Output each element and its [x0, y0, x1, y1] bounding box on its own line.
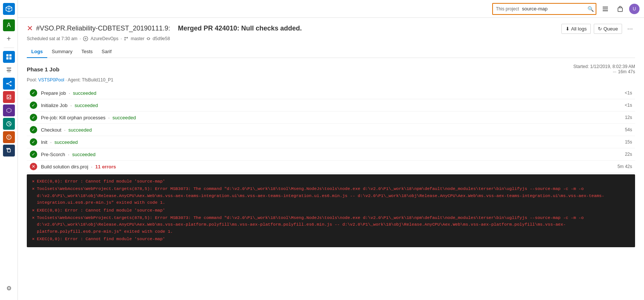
step-checkout-icon: ✓: [30, 126, 37, 133]
svg-rect-0: [6, 54, 9, 57]
terminal-line-2: ✕ EXEC(0,0): Error : Cannot find module …: [32, 207, 630, 214]
pipeline-name: #VSO.PR.Reliability-CDBTEST_20190111.9:: [36, 25, 170, 32]
svg-rect-13: [7, 149, 10, 152]
svg-rect-1: [9, 54, 12, 57]
sidebar-item-issues[interactable]: [3, 131, 15, 143]
tab-logs[interactable]: Logs: [27, 46, 47, 58]
build-header: ✕ #VSO.PR.Reliability-CDBTEST_20190111.9…: [27, 24, 635, 34]
shopping-bag-icon[interactable]: [614, 3, 626, 15]
step-pre-scorch-name: Pre-Scorch · succeeded: [41, 152, 613, 157]
step-build-solution-name: Build solution dirs.proj · 11 errors: [41, 164, 613, 170]
tab-summary[interactable]: Summary: [47, 46, 77, 58]
step-init-job-time: <1s: [613, 103, 632, 108]
sidebar-item-add[interactable]: +: [3, 33, 15, 45]
svg-point-22: [147, 38, 150, 40]
svg-rect-3: [9, 57, 12, 59]
pool-info: Pool: VSTSP0Pool · Agent: TfsBuild110_P1: [27, 77, 635, 83]
sidebar-item-repos[interactable]: [3, 64, 15, 76]
main-container: This project 🔍 U ✕ #VSO.PR.Reliability-C…: [18, 0, 644, 300]
step-prepare-icon: ✓: [30, 89, 37, 97]
sidebar-brand[interactable]: [3, 3, 15, 15]
step-pre-scorch-status: succeeded: [72, 152, 96, 157]
sidebar-item-testplans[interactable]: [3, 91, 15, 103]
step-build-solution-time: 5m 42s: [613, 164, 632, 169]
sidebar-item-boards[interactable]: [3, 51, 15, 63]
source-text: AzureDevOps: [90, 36, 118, 41]
search-box: This project 🔍: [492, 3, 596, 15]
step-pre-scorch-icon: ✓: [30, 151, 37, 158]
list-view-icon[interactable]: [599, 3, 611, 15]
svg-rect-2: [6, 57, 9, 59]
svg-rect-15: [603, 9, 608, 9]
source-icon: [83, 36, 88, 41]
pool-link[interactable]: VSTSP0Pool: [38, 77, 64, 83]
step-pre-job-time: 12s: [613, 115, 632, 120]
terminal-line-0: ✕ EXEC(0,0): Error : Cannot find module …: [32, 178, 630, 185]
branch-text: master: [131, 36, 144, 41]
sidebar-item-reports[interactable]: [3, 118, 15, 130]
svg-point-20: [125, 39, 126, 41]
svg-point-4: [6, 83, 8, 84]
step-prepare[interactable]: ✓ Prepare job · succeeded <1s: [27, 87, 635, 99]
step-init-job[interactable]: ✓ Initialize Job · succeeded <1s: [27, 99, 635, 112]
step-pre-scorch-time: 22s: [613, 152, 632, 157]
svg-line-7: [8, 82, 10, 84]
sidebar-item-settings[interactable]: ⚙: [3, 282, 15, 294]
svg-line-8: [8, 84, 10, 85]
all-logs-button[interactable]: ⬇ All logs: [561, 24, 591, 34]
tab-sarif[interactable]: Sarif: [97, 46, 116, 58]
commit-icon: [147, 37, 150, 41]
step-pre-job-icon: ✓: [30, 114, 37, 121]
step-build-solution[interactable]: ✕ Build solution dirs.proj · 11 errors 5…: [27, 161, 635, 173]
tab-tests[interactable]: Tests: [77, 46, 97, 58]
agent-name: TfsBuild110_P1: [82, 77, 113, 83]
step-pre-job[interactable]: ✓ Pre-job: Kill orphan processes · succe…: [27, 112, 635, 124]
terminal-line-4: ✕ EXEC(0,0): Error : Cannot find module …: [32, 236, 630, 242]
build-title-row: ✕ #VSO.PR.Reliability-CDBTEST_20190111.9…: [27, 24, 302, 33]
more-dots: ···: [613, 69, 616, 74]
svg-point-6: [10, 85, 12, 86]
sidebar-item-copy[interactable]: [3, 145, 15, 157]
step-init-job-name: Initialize Job · succeeded: [41, 103, 613, 108]
content-area: ✕ #VSO.PR.Reliability-CDBTEST_20190111.9…: [18, 18, 644, 300]
more-actions-button[interactable]: ···: [625, 24, 635, 33]
build-status-icon: ✕: [27, 24, 33, 33]
step-init[interactable]: ✓ Init · succeeded 15s: [27, 136, 635, 148]
sidebar: A +: [0, 0, 18, 300]
search-icon[interactable]: 🔍: [587, 6, 594, 12]
phase-title: Phase 1 Job: [27, 66, 60, 72]
step-pre-job-name: Pre-job: Kill orphan processes · succeed…: [41, 115, 613, 120]
step-init-job-icon: ✓: [30, 101, 37, 109]
step-checkout-time: 54s: [613, 127, 632, 132]
branch-icon: [124, 36, 128, 41]
sidebar-item-artifacts[interactable]: [3, 104, 15, 116]
step-init-icon: ✓: [30, 138, 37, 146]
phase-duration: 16m 47s: [618, 69, 635, 74]
commit-text: d5d9e58: [153, 36, 170, 41]
sidebar-item-org[interactable]: A: [3, 19, 15, 31]
sidebar-item-pipelines[interactable]: [3, 78, 15, 90]
step-checkout-status: succeeded: [68, 127, 92, 133]
terminal-output: ✕ EXEC(0,0): Error : Cannot find module …: [27, 174, 635, 247]
terminal-text-3: Toolsets\WebAccess\WebProject.targets(87…: [37, 214, 630, 235]
user-avatar[interactable]: U: [629, 4, 640, 14]
step-pre-scorch[interactable]: ✓ Pre-Scorch · succeeded 22s: [27, 148, 635, 161]
phase-timing: Started: 1/12/2019, 8:02:39 AM ··· 16m 4…: [573, 64, 635, 74]
search-input[interactable]: [522, 6, 584, 12]
terminal-text-2: EXEC(0,0): Error : Cannot find module 's…: [37, 207, 165, 214]
queue-button[interactable]: ↻ Queue: [594, 24, 622, 34]
step-checkout[interactable]: ✓ Checkout · succeeded 54s: [27, 124, 635, 136]
build-title: #VSO.PR.Reliability-CDBTEST_20190111.9: …: [36, 25, 302, 32]
step-pre-job-status: succeeded: [112, 115, 136, 120]
svg-point-12: [9, 138, 9, 139]
step-build-error-count: 11 errors: [95, 164, 116, 170]
svg-rect-16: [603, 10, 608, 11]
search-scope-label: This project: [496, 6, 519, 12]
sidebar-divider: [4, 48, 14, 48]
step-init-name: Init · succeeded: [41, 139, 613, 145]
svg-rect-17: [618, 8, 622, 12]
terminal-text-4: EXEC(0,0): Error : Cannot find module 's…: [37, 236, 165, 242]
svg-rect-14: [603, 7, 608, 7]
terminal-line-1: ✕ Toolsets\WebAccess\WebProject.targets(…: [32, 186, 630, 206]
phase-header: Phase 1 Job Started: 1/12/2019, 8:02:39 …: [27, 64, 635, 74]
